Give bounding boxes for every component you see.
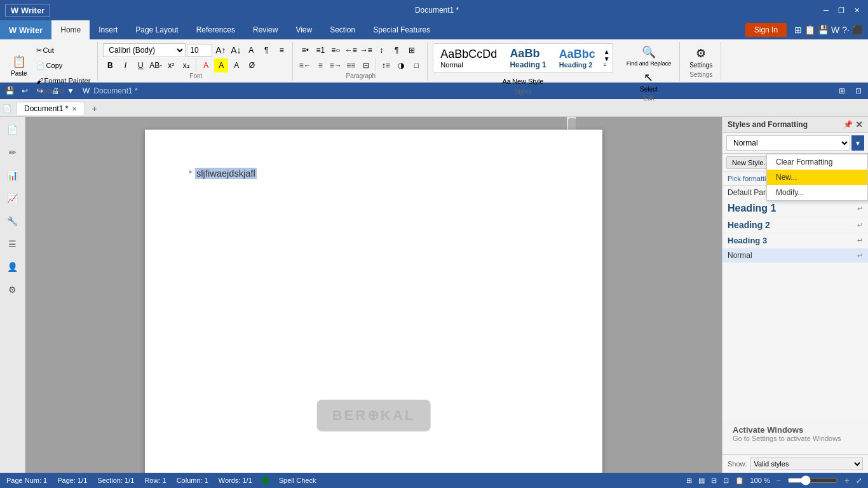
view-icon-2[interactable]: ▤ — [698, 477, 705, 485]
align-right-button[interactable]: ≡→ — [329, 58, 342, 72]
doc-tab-close-btn[interactable]: ✕ — [72, 105, 77, 112]
view-icon-1[interactable]: ⊞ — [686, 477, 692, 485]
copy-button[interactable]: 📄 Copy — [33, 58, 94, 72]
panel-pin-btn[interactable]: 📌 — [843, 120, 853, 129]
app-tab[interactable]: W Writer — [0, 20, 51, 39]
tab-special-features[interactable]: Special Features — [364, 20, 439, 39]
minimize-button[interactable]: ─ — [820, 4, 832, 17]
style-item-normal[interactable]: Normal ↵ — [722, 248, 868, 263]
style-dropdown[interactable]: Normal — [726, 135, 850, 151]
zoom-plus[interactable]: + — [844, 475, 850, 485]
select-button[interactable]: ↖ Select — [635, 69, 662, 95]
paragraph-spacing-button[interactable]: ¶ — [259, 43, 273, 57]
bold-button[interactable]: B — [103, 58, 117, 72]
tab-file-icon[interactable]: 📄 — [3, 104, 12, 113]
settings-button[interactable]: ⚙ Settings — [685, 43, 717, 71]
zoom-slider[interactable] — [787, 475, 838, 485]
gallery-scroll[interactable]: ▲ ▼ ≡ — [602, 47, 611, 69]
expand-icon[interactable]: ⤢ — [856, 477, 862, 485]
new-style-item[interactable]: New... — [767, 170, 867, 185]
columns-button[interactable]: ⊞ — [405, 43, 419, 57]
gallery-normal[interactable]: AaBbCcDd Normal — [435, 46, 503, 71]
tab-references[interactable]: References — [187, 20, 244, 39]
underline-button[interactable]: U — [133, 58, 147, 72]
view-icon-4[interactable]: ⊡ — [723, 477, 729, 485]
panel-close-btn[interactable]: ✕ — [855, 119, 863, 130]
gallery-h2[interactable]: AaBbc Heading 2 — [553, 46, 601, 71]
sidebar-icon-1[interactable]: 📄 — [3, 119, 23, 140]
show-select[interactable]: Valid styles All styles Custom — [750, 458, 863, 470]
font-color-button[interactable]: A — [199, 58, 213, 72]
text-color-button[interactable]: A — [229, 58, 243, 72]
outline-button[interactable]: ≡○ — [329, 43, 342, 57]
style-item-h2[interactable]: Heading 2 ↵ — [722, 217, 868, 233]
sidebar-icon-4[interactable]: 📈 — [3, 188, 23, 208]
tab-insert[interactable]: Insert — [90, 20, 126, 39]
border-button[interactable]: □ — [409, 58, 423, 72]
view-icon-3[interactable]: ⊟ — [711, 477, 717, 485]
sidebar-icon-6[interactable]: ☰ — [3, 234, 23, 254]
sidebar-icon-3[interactable]: 📊 — [3, 165, 23, 186]
subscript-button[interactable]: x₂ — [179, 58, 193, 72]
style-item-h3[interactable]: Heading 3 ↵ — [722, 233, 868, 248]
cut-button[interactable]: ✂ Cut — [33, 43, 94, 57]
qa-print-btn[interactable]: 🖨 — [48, 84, 62, 98]
qa-undo-btn[interactable]: ↩ — [18, 84, 32, 98]
sidebar-icon-8[interactable]: ⚙ — [3, 280, 23, 300]
sidebar-icon-7[interactable]: 👤 — [3, 257, 23, 277]
decrease-font-button[interactable]: A↓ — [229, 43, 243, 57]
modify-style-item[interactable]: Modify... — [767, 185, 867, 200]
numbering-button[interactable]: ≡1 — [313, 43, 327, 57]
text-highlight-button[interactable]: A — [244, 43, 258, 57]
increase-font-button[interactable]: A↑ — [214, 43, 227, 57]
ribbon-icon-2[interactable]: 📋 — [804, 25, 815, 35]
ribbon-icon-6[interactable]: ⬛ — [852, 25, 863, 35]
tab-view[interactable]: View — [287, 20, 321, 39]
ribbon-icon-5[interactable]: ?· — [842, 25, 850, 35]
strikethrough-button[interactable]: AB- — [149, 58, 163, 72]
zoom-minus[interactable]: ─ — [776, 477, 781, 484]
restore-button[interactable]: ❐ — [835, 4, 848, 17]
style-dropdown-arrow[interactable]: ▼ — [851, 135, 864, 151]
ribbon-icon-4[interactable]: W — [831, 25, 839, 35]
list-indent-button[interactable]: ≡ — [275, 43, 288, 57]
line-spacing-button[interactable]: ↕≡ — [379, 58, 393, 72]
new-style-gallery-button[interactable]: Aa New Style — [499, 74, 546, 88]
increase-indent-button[interactable]: →≡ — [359, 43, 373, 57]
tab-home[interactable]: Home — [51, 20, 90, 39]
clear-formatting-item[interactable]: Clear Formatting — [767, 154, 867, 170]
qa-custom-btn[interactable]: ▼ — [64, 84, 78, 98]
superscript-button[interactable]: x² — [164, 58, 178, 72]
paste-button[interactable]: 📋 Paste — [6, 49, 32, 82]
sidebar-icon-5[interactable]: 🔧 — [3, 211, 23, 231]
tab-section[interactable]: Section — [321, 20, 364, 39]
add-tab-button[interactable]: + — [86, 102, 102, 116]
close-button[interactable]: ✕ — [850, 4, 863, 17]
ribbon-icon-1[interactable]: ⊞ — [794, 25, 802, 35]
tab-page-layout[interactable]: Page Layout — [126, 20, 187, 39]
sign-in-button[interactable]: Sign In — [745, 23, 787, 37]
qa-save-btn[interactable]: 💾 — [3, 84, 17, 98]
paragraph-marks-button[interactable]: ¶ — [390, 43, 403, 57]
clear-format-button[interactable]: Ø — [245, 58, 259, 72]
doc-tab-document1[interactable]: Document1 * ✕ — [16, 102, 85, 115]
bullets-button[interactable]: ≡• — [298, 43, 312, 57]
align-left-button[interactable]: ≡← — [298, 58, 312, 72]
justify-button[interactable]: ≡≡ — [344, 58, 358, 72]
document-area[interactable]: ▸ sljfiwaejdskjafl BER⊕KAL — [25, 117, 722, 473]
highlight-color-button[interactable]: A — [214, 58, 228, 72]
font-size-input[interactable] — [187, 44, 212, 57]
ribbon-icon-3[interactable]: 💾 — [818, 25, 829, 35]
find-replace-button[interactable]: 🔍 Find and Replace — [622, 43, 676, 69]
qa-icon2[interactable]: ⊡ — [851, 84, 865, 98]
tab-review[interactable]: Review — [244, 20, 287, 39]
app-logo[interactable]: W Writer — [5, 4, 50, 17]
shading-button[interactable]: ◑ — [394, 58, 408, 72]
align-distribute-button[interactable]: ⊟ — [359, 58, 373, 72]
gallery-h1[interactable]: AaBb Heading 1 — [504, 45, 552, 71]
align-center-button[interactable]: ≡ — [313, 58, 327, 72]
sidebar-icon-2[interactable]: ✏ — [3, 142, 23, 163]
font-selector[interactable]: Calibri (Body) — [103, 43, 186, 57]
style-item-h1[interactable]: Heading 1 ↵ — [722, 200, 868, 217]
qa-redo-btn[interactable]: ↪ — [33, 84, 47, 98]
